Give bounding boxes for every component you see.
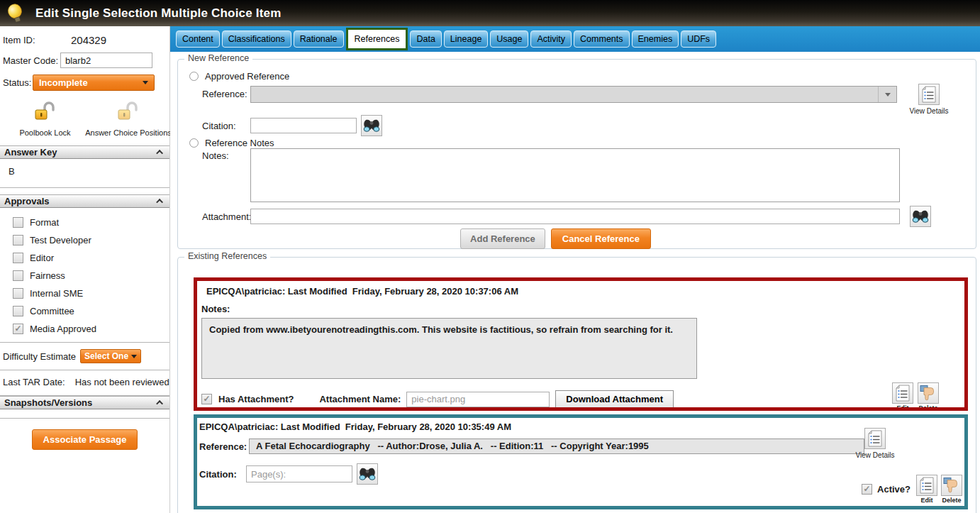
view-details-label: View Details [907, 107, 951, 115]
approval-checkbox-format[interactable]: Format [13, 214, 169, 231]
checkbox-icon [13, 235, 23, 246]
associate-passage-button[interactable]: Associate Passage [32, 429, 138, 450]
reference-row: Reference: A Fetal Echocardiography -- A… [199, 438, 964, 454]
thumbs-down-icon [943, 477, 960, 494]
chevron-up-icon [156, 199, 163, 206]
status-dropdown[interactable]: Incomplete [33, 75, 155, 91]
approval-label: Format [30, 217, 59, 228]
tab-data[interactable]: Data [410, 31, 441, 48]
delete-reference-button[interactable] [918, 382, 939, 404]
approval-label: Internal SME [30, 288, 83, 299]
reference-modified-header: EPICQA\patriciac: Last Modified Friday, … [199, 421, 964, 432]
lightbulb-icon [4, 1, 26, 25]
binoculars-icon [363, 118, 380, 133]
attachment-input[interactable] [250, 209, 900, 224]
approval-label: Fairness [30, 270, 65, 281]
dropdown-arrow-icon [143, 81, 148, 84]
edit-label: Edit [921, 497, 933, 504]
citation-input-existing[interactable] [246, 465, 352, 482]
approval-label: Media Approved [30, 324, 96, 334]
approval-checkbox-media-approved[interactable]: Media Approved [13, 320, 169, 338]
edit-reference-button[interactable] [892, 382, 913, 404]
chevron-up-icon [156, 400, 163, 407]
answer-choice-positions-lock-button[interactable]: Answer Choice Positions [87, 101, 169, 137]
approval-label: Editor [30, 253, 54, 263]
citation-search-button[interactable] [361, 115, 382, 136]
poolbook-lock-button[interactable]: Poolbook Lock [16, 101, 74, 137]
tab-bar: Content Classifications Rationale Refere… [170, 26, 980, 52]
approval-checkbox-fairness[interactable]: Fairness [13, 267, 169, 285]
reference-notes-radio-row[interactable]: Reference Notes [189, 138, 274, 148]
approval-checkbox-internal-sme[interactable]: Internal SME [13, 285, 169, 302]
item-id-value: 204329 [71, 34, 106, 46]
snapshots-versions-header[interactable]: Snapshots/Versions [0, 396, 169, 409]
attachment-browse-button[interactable] [910, 206, 931, 227]
radio-icon [189, 138, 199, 148]
tab-udfs[interactable]: UDFs [681, 31, 716, 48]
checkbox-icon [13, 288, 23, 299]
last-tar-label: Last TAR Date: [3, 377, 65, 387]
window-title: Edit Single Selection Multiple Choice It… [35, 6, 282, 21]
view-details-button-existing[interactable] [864, 428, 886, 449]
binoculars-icon [912, 209, 929, 224]
notes-label: Notes: [202, 150, 229, 161]
download-attachment-button[interactable]: Download Attachment [555, 390, 674, 408]
tab-rationale[interactable]: Rationale [294, 31, 344, 48]
delete-reference-button-existing[interactable] [941, 475, 962, 496]
tab-lineage[interactable]: Lineage [444, 31, 489, 48]
view-details-label: View Details [852, 451, 898, 459]
binoculars-icon [359, 467, 376, 481]
has-attachment-label: Has Attachment? [218, 394, 294, 404]
approval-checkbox-test-developer[interactable]: Test Developer [13, 231, 169, 249]
master-code-label: Master Code: [3, 55, 60, 66]
approval-checkbox-committee[interactable]: Committee [13, 302, 169, 320]
approvals-header-label: Approvals [4, 196, 50, 206]
item-id-label: Item ID: [3, 35, 71, 45]
tab-classifications[interactable]: Classifications [222, 31, 291, 48]
answer-key-value: B [0, 159, 169, 188]
answer-choice-positions-label: Answer Choice Positions [85, 128, 172, 137]
chevron-up-icon [156, 150, 163, 157]
attachment-name-input[interactable] [406, 392, 550, 407]
reference-value: A Fetal Echocardiography -- Author:Drose… [249, 438, 864, 454]
approval-checkbox-editor[interactable]: Editor [13, 249, 169, 267]
dropdown-arrow-icon [131, 355, 137, 358]
citation-input[interactable] [250, 118, 357, 133]
approval-label: Committee [30, 306, 74, 316]
approvals-list: Format Test Developer Editor Fairness In… [0, 208, 169, 343]
main-content: New Reference Approved Reference Referen… [170, 52, 980, 513]
tab-references[interactable]: References [346, 28, 408, 50]
view-details-button[interactable] [918, 84, 940, 105]
citation-search-button-existing[interactable] [357, 463, 378, 485]
difficulty-dropdown[interactable]: Select One [80, 349, 141, 363]
edit-reference-button-existing[interactable] [916, 475, 937, 496]
tab-usage[interactable]: Usage [490, 31, 528, 48]
tab-content[interactable]: Content [176, 31, 220, 48]
title-bar: Edit Single Selection Multiple Choice It… [0, 0, 980, 26]
tab-enemies[interactable]: Enemies [632, 31, 679, 48]
approved-reference-radio-label: Approved Reference [205, 71, 289, 82]
document-details-icon [922, 86, 936, 103]
active-checkbox[interactable] [862, 484, 872, 495]
reference-dropdown-disabled [250, 86, 897, 103]
difficulty-label: Difficulty Estimate [3, 351, 76, 362]
status-value: Incomplete [39, 77, 88, 88]
tab-comments[interactable]: Comments [574, 31, 629, 48]
notes-textarea[interactable] [250, 148, 900, 202]
padlock-open-icon [116, 101, 141, 126]
cancel-reference-button[interactable]: Cancel Reference [551, 228, 651, 249]
document-details-icon [920, 477, 934, 494]
has-attachment-checkbox[interactable] [201, 394, 212, 404]
answer-key-header[interactable]: Answer Key [0, 145, 169, 159]
approvals-header[interactable]: Approvals [0, 194, 169, 208]
attachment-label: Attachment: [202, 211, 251, 222]
approved-reference-radio-row[interactable]: Approved Reference [189, 71, 289, 82]
reference-notes-text: Copied from www.ibetyourenotreadingthis.… [201, 318, 697, 379]
master-code-input[interactable] [60, 53, 152, 68]
snapshots-versions-label: Snapshots/Versions [4, 397, 92, 408]
reference-label: Reference: [199, 441, 246, 452]
thumbs-down-icon [920, 385, 937, 402]
snapshots-content [0, 409, 169, 419]
add-reference-button[interactable]: Add Reference [460, 228, 545, 249]
tab-activity[interactable]: Activity [530, 31, 572, 48]
